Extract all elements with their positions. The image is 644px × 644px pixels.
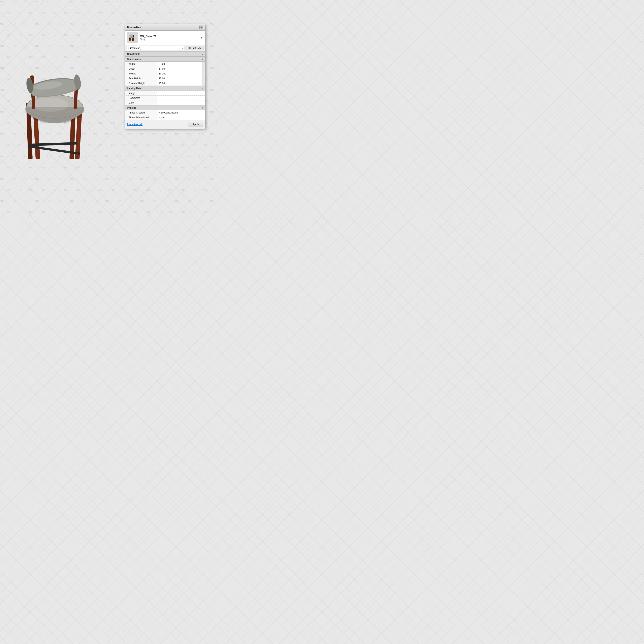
object-dropdown-arrow[interactable]: ▼: [200, 36, 203, 39]
prop-value-dimensions-3[interactable]: 75.00: [157, 76, 202, 81]
section-collapse-phasing: »: [202, 106, 203, 109]
prop-edit-indicator-dimensions-1: [202, 66, 205, 71]
prop-label-dimensions-1: Depth: [125, 66, 157, 71]
panel-title: Properties: [127, 26, 141, 29]
prop-label-identity-data-0: Image: [125, 91, 157, 95]
prop-value-dimensions-0[interactable]: 57.00: [157, 62, 202, 66]
section-header-constraints[interactable]: Constraints«: [125, 52, 205, 57]
prop-row-dimensions-2: Height101.00: [125, 71, 205, 76]
stool-3d-view: [8, 44, 121, 181]
prop-edit-indicator-dimensions-2: [202, 71, 205, 76]
prop-row-identity-data-0: Image: [125, 91, 205, 96]
section-collapse-identity-data: »: [202, 87, 203, 90]
prop-value-phasing-1: None: [157, 115, 205, 120]
svg-rect-24: [133, 35, 134, 37]
section-label-identity-data: Identity Data: [127, 87, 141, 90]
prop-value-dimensions-1[interactable]: 57.00: [157, 66, 202, 71]
prop-value-identity-data-1: [157, 96, 205, 100]
prop-edit-indicator-dimensions-0: [202, 62, 205, 66]
object-thumbnail: [127, 32, 138, 43]
properties-sections: Constraints«Dimensions»Width57.00Depth57…: [125, 52, 205, 120]
selector-row: Furniture (1) ▾ Edit Type: [125, 45, 205, 52]
prop-value-identity-data-0: [157, 91, 205, 95]
apply-button[interactable]: Apply: [189, 122, 203, 127]
prop-row-identity-data-1: Comments: [125, 96, 205, 100]
edit-type-button[interactable]: Edit Type: [186, 46, 203, 50]
object-subtitle: Grey: [140, 38, 198, 41]
object-info: RD_Stool 79 Grey: [140, 35, 198, 41]
section-header-dimensions[interactable]: Dimensions»: [125, 57, 205, 62]
prop-row-identity-data-2: Mark: [125, 100, 205, 105]
prop-value-dimensions-2[interactable]: 101.00: [157, 71, 202, 76]
svg-rect-25: [129, 39, 134, 39]
prop-row-dimensions-1: Depth57.00: [125, 66, 205, 71]
prop-label-dimensions-3: Seat Height: [125, 76, 157, 81]
prop-value-identity-data-2: [157, 100, 205, 105]
properties-help-link[interactable]: Properties help: [127, 123, 143, 126]
prop-value-phasing-0: New Construction: [157, 110, 205, 115]
prop-label-dimensions-2: Height: [125, 71, 157, 76]
prop-label-phasing-0: Phase Created: [125, 110, 157, 115]
properties-panel: Properties × RD_Stool 79 Grey ▼: [125, 24, 205, 129]
prop-row-dimensions-3: Seat Height75.00: [125, 76, 205, 81]
section-collapse-constraints: «: [202, 53, 203, 56]
prop-edit-indicator-dimensions-4: [202, 81, 205, 86]
svg-point-8: [32, 98, 68, 112]
prop-row-phasing-1: Phase DemolishedNone: [125, 115, 205, 120]
object-name: RD_Stool 79: [140, 35, 198, 38]
section-header-phasing[interactable]: Phasing»: [125, 105, 205, 110]
section-collapse-dimensions: »: [202, 58, 203, 61]
prop-edit-indicator-dimensions-3: [202, 76, 205, 81]
prop-value-dimensions-4[interactable]: 25.00: [157, 81, 202, 86]
prop-label-identity-data-2: Mark: [125, 100, 157, 105]
prop-row-dimensions-4: Footrest Height25.00: [125, 81, 205, 86]
section-label-phasing: Phasing: [127, 106, 136, 109]
furniture-selector[interactable]: Furniture (1) ▾: [127, 46, 185, 50]
section-label-dimensions: Dimensions: [127, 58, 141, 61]
prop-label-dimensions-0: Width: [125, 62, 157, 66]
section-label-constraints: Constraints: [127, 53, 140, 56]
panel-close-button[interactable]: ×: [199, 26, 203, 29]
prop-row-phasing-0: Phase CreatedNew Construction: [125, 110, 205, 115]
prop-label-identity-data-1: Comments: [125, 96, 157, 100]
prop-label-dimensions-4: Footrest Height: [125, 81, 157, 86]
panel-footer: Properties help Apply: [125, 120, 205, 129]
object-header: RD_Stool 79 Grey ▼: [125, 31, 205, 45]
svg-rect-23: [130, 35, 130, 37]
prop-row-dimensions-0: Width57.00: [125, 62, 205, 66]
panel-titlebar: Properties ×: [125, 24, 205, 31]
edit-type-icon: [188, 47, 191, 49]
prop-label-phasing-1: Phase Demolished: [125, 115, 157, 120]
section-header-identity-data[interactable]: Identity Data»: [125, 86, 205, 91]
